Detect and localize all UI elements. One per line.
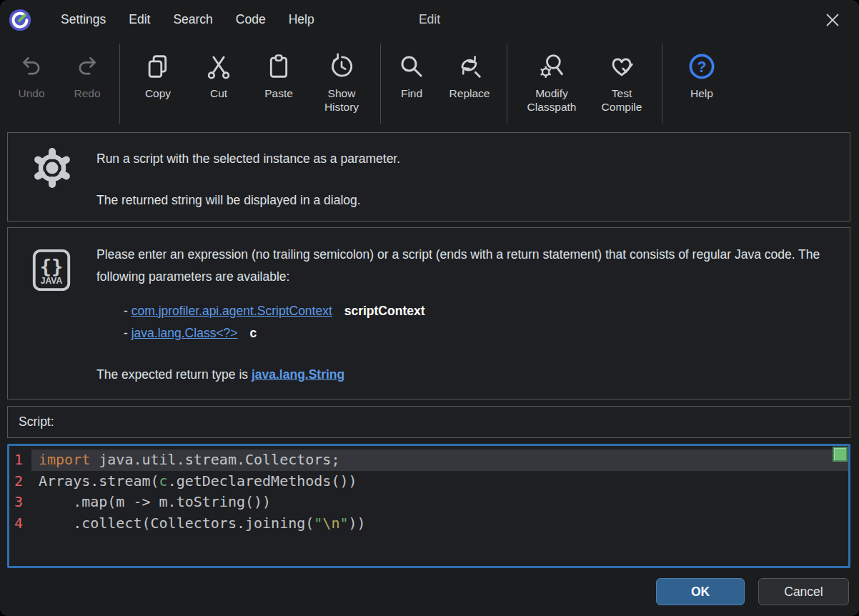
window-title: Edit	[419, 12, 440, 27]
replace-button[interactable]: Replace	[442, 41, 497, 100]
line-number: 4	[9, 513, 31, 535]
code-token: c	[159, 472, 168, 490]
close-button[interactable]	[822, 9, 843, 31]
undo-icon	[19, 54, 44, 79]
menu-help[interactable]: Help	[277, 8, 326, 31]
toolbar-separator	[662, 44, 662, 124]
test-compile-icon	[608, 53, 635, 80]
toolbar-separator	[119, 44, 120, 124]
code-token: import	[39, 451, 90, 468]
svg-text:?: ?	[697, 59, 707, 76]
info-panel: Run a script with the selected instance …	[7, 132, 850, 222]
param-type-link[interactable]: com.jprofiler.api.agent.ScriptContext	[131, 304, 332, 318]
code-token: .getDeclaredMethods())	[168, 472, 357, 490]
svg-text:{}: {}	[40, 255, 64, 277]
redo-icon	[74, 54, 100, 79]
modify-classpath-button[interactable]: Modify Classpath	[517, 41, 586, 114]
modify-classpath-icon	[538, 53, 565, 80]
menu-bar: Settings Edit Search Code Help	[49, 8, 326, 31]
code-line-content: .map(m -> m.toString())	[31, 492, 848, 513]
java-icon: {} JAVA	[29, 248, 74, 292]
toolbar-separator	[507, 44, 507, 124]
line-number: 2	[9, 471, 31, 492]
close-icon	[825, 12, 840, 28]
gear-icon	[29, 145, 75, 191]
show-history-button[interactable]: Show History	[313, 41, 370, 114]
menu-edit[interactable]: Edit	[117, 8, 162, 31]
cut-button[interactable]: Cut	[199, 41, 239, 100]
list-marker: -	[124, 304, 128, 318]
java-panel: {} JAVA Please enter an expression (no t…	[7, 227, 850, 399]
code-token: java.util.stream.Collectors;	[90, 451, 339, 468]
param-name: scriptContext	[344, 304, 425, 318]
code-line-content: import java.util.stream.Collectors;	[31, 449, 848, 471]
param-type-link[interactable]: java.lang.Class<?>	[131, 326, 238, 340]
test-compile-button[interactable]: Test Compile	[592, 41, 652, 114]
menu-search[interactable]: Search	[162, 8, 224, 31]
code-token: .map(m -> m.toString())	[39, 493, 271, 510]
copy-icon	[144, 53, 172, 80]
code-line[interactable]: 3 .map(m -> m.toString())	[9, 492, 848, 513]
title-bar: Settings Edit Search Code Help Edit	[0, 0, 859, 39]
menu-code[interactable]: Code	[224, 8, 277, 31]
script-label-panel: Script:	[7, 406, 850, 438]
find-button[interactable]: Find	[392, 41, 431, 100]
find-icon	[398, 53, 425, 80]
toolbar-separator	[380, 44, 381, 124]
help-button[interactable]: ? Help	[681, 41, 723, 100]
inspection-status-indicator[interactable]	[833, 447, 848, 462]
code-token: "	[339, 515, 348, 532]
undo-button[interactable]: Undo	[9, 41, 54, 100]
paste-button[interactable]: Paste	[256, 41, 302, 100]
ok-button[interactable]: OK	[656, 578, 745, 605]
info-text-line2: The returned string will be displayed in…	[96, 193, 833, 208]
paste-icon	[265, 53, 292, 80]
code-line-content: .collect(Collectors.joining("\n"))	[31, 513, 848, 535]
code-token: .collect(Collectors.joining(	[39, 515, 314, 532]
parameter-row: - java.lang.Class<?> c	[124, 322, 833, 344]
code-token: Arrays.stream(	[39, 472, 159, 490]
return-type-link[interactable]: java.lang.String	[252, 367, 344, 382]
code-lines: 1import java.util.stream.Collectors;2Arr…	[9, 446, 848, 534]
menu-settings[interactable]: Settings	[49, 8, 117, 31]
code-line[interactable]: 2Arrays.stream(c.getDeclaredMethods())	[9, 471, 848, 492]
help-icon: ?	[687, 52, 716, 81]
toolbar: Undo Redo Copy Cut	[0, 41, 859, 128]
code-editor[interactable]: 1import java.util.stream.Collectors;2Arr…	[7, 444, 850, 568]
svg-text:JAVA: JAVA	[41, 276, 63, 286]
code-token: \n	[322, 515, 339, 532]
parameter-list: - com.jprofiler.api.agent.ScriptContext …	[96, 300, 833, 344]
app-logo-icon	[8, 8, 32, 32]
code-line[interactable]: 1import java.util.stream.Collectors;	[9, 449, 848, 471]
script-label: Script:	[19, 414, 54, 429]
line-number: 3	[9, 492, 31, 513]
redo-button[interactable]: Redo	[65, 41, 109, 100]
return-prefix: The expected return type is	[96, 367, 252, 382]
copy-button[interactable]: Copy	[134, 41, 182, 100]
dialog-window: Settings Edit Search Code Help Edit Undo	[0, 0, 859, 616]
return-type-line: The expected return type is java.lang.St…	[96, 367, 833, 382]
info-text-line1: Run a script with the selected instance …	[96, 151, 833, 167]
param-name: c	[249, 326, 257, 340]
line-number: 1	[9, 449, 31, 471]
cut-icon	[205, 53, 232, 80]
java-intro-text: Please enter an expression (no trailing …	[96, 244, 833, 288]
history-icon	[328, 53, 355, 80]
code-token: ))	[349, 515, 366, 532]
replace-icon	[456, 53, 483, 80]
parameter-row: - com.jprofiler.api.agent.ScriptContext …	[124, 300, 833, 322]
cancel-button[interactable]: Cancel	[758, 578, 849, 605]
code-line-content: Arrays.stream(c.getDeclaredMethods())	[31, 471, 848, 492]
list-marker: -	[124, 326, 128, 340]
code-token: "	[314, 515, 322, 532]
code-line[interactable]: 4 .collect(Collectors.joining("\n"))	[9, 513, 848, 535]
